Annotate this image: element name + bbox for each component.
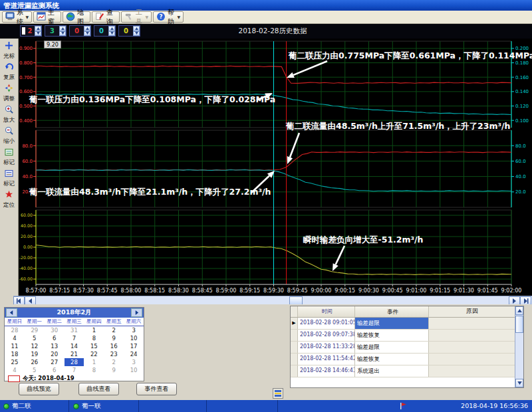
calendar-day[interactable]: 9 — [104, 334, 124, 342]
calendar-day[interactable]: 20 — [45, 350, 65, 358]
toolbar-button-map[interactable]: 地图 — [63, 11, 90, 23]
calendar-day[interactable]: 11 — [5, 342, 25, 350]
scroll-thumb[interactable] — [515, 316, 523, 333]
calendar-day[interactable]: 23 — [104, 350, 124, 358]
spinner-up-button[interactable] — [84, 26, 90, 31]
calendar-day[interactable]: 15 — [84, 342, 104, 350]
toolbar-button-main-window[interactable]: 主窗 — [33, 11, 61, 23]
calendar-day[interactable]: 1 — [84, 358, 104, 366]
curve-spinner-2[interactable]: 0 — [69, 25, 91, 37]
calendar-day[interactable]: 4 — [5, 334, 25, 342]
table-row[interactable]: 2018-02-28 09:07:38输差恢复 — [291, 330, 523, 342]
datasource-button[interactable] — [273, 388, 283, 399]
spinner-down-button[interactable] — [35, 31, 41, 37]
sidebar-tool-zoom-in[interactable]: 放大 — [0, 102, 18, 124]
svg-text:9:00:00: 9:00:00 — [311, 288, 332, 294]
calendar-day[interactable]: 17 — [124, 342, 144, 350]
calendar-day[interactable]: 6 — [45, 334, 65, 342]
sidebar-tool-mark-2[interactable]: 标记 — [0, 166, 18, 187]
spinner-down-button[interactable] — [133, 31, 140, 37]
spinner-down-button[interactable] — [59, 31, 66, 37]
calendar-day[interactable]: 13 — [45, 342, 65, 350]
cell-event: 系统退出 — [355, 365, 429, 377]
toolbar-button-help[interactable]: ?帮助▼ — [153, 11, 184, 23]
table-row[interactable]: ▶2018-02-28 09:01:05输差超限 — [291, 318, 523, 330]
calendar-day[interactable]: 25 — [5, 358, 25, 366]
curve-spinner-1[interactable]: 3 — [45, 25, 66, 37]
calendar-day[interactable]: 31 — [65, 326, 84, 334]
svg-text:60.00: 60.00 — [21, 213, 33, 217]
calendar-day[interactable]: 1 — [84, 326, 104, 334]
sidebar-tool-restore[interactable]: 复原 — [0, 60, 18, 81]
calendar-day[interactable]: 4 — [5, 366, 25, 374]
calendar-day[interactable]: 28 — [65, 358, 84, 366]
event-view-button[interactable]: 事件查看 — [136, 383, 177, 395]
calendar-day[interactable]: 14 — [65, 342, 84, 350]
calendar-next-button[interactable] — [131, 308, 142, 317]
spinner-down-button[interactable] — [108, 31, 115, 37]
table-row[interactable]: 2018-02-28 14:46:43系统退出 — [291, 365, 523, 377]
events-table[interactable]: 时间事件原因▶2018-02-28 09:01:05输差超限2018-02-28… — [290, 306, 524, 388]
svg-text:8:59:30: 8:59:30 — [263, 288, 284, 294]
calendar-day[interactable]: 7 — [65, 334, 84, 342]
calendar-day[interactable]: 16 — [104, 342, 124, 350]
calendar-day[interactable]: 22 — [84, 350, 104, 358]
calendar-day[interactable]: 29 — [25, 326, 45, 334]
calendar-day[interactable]: 10 — [124, 366, 144, 374]
spinner-up-button[interactable] — [59, 26, 66, 31]
table-vertical-scrollbar[interactable] — [515, 306, 523, 387]
calendar-day[interactable]: 19 — [25, 350, 45, 358]
calendar-day[interactable]: 24 — [124, 350, 144, 358]
calendar-day[interactable]: 6 — [45, 366, 65, 374]
calendar-day[interactable]: 28 — [5, 326, 25, 334]
curve-spinner-3[interactable]: 0 — [94, 25, 116, 37]
table-row[interactable]: 2018-02-28 11:54:42输差恢复 — [291, 354, 523, 365]
toolbar-button-query[interactable]: 查询 — [92, 11, 120, 23]
adjust-icon — [5, 82, 13, 95]
sidebar-tool-adjust[interactable]: 调整 — [0, 81, 18, 102]
svg-text:80.0: 80.0 — [22, 144, 33, 149]
calendar-day[interactable]: 7 — [65, 366, 84, 374]
table-row[interactable]: 2018-02-28 11:33:28输差超限 — [291, 342, 523, 354]
spinner-up-button[interactable] — [35, 26, 41, 31]
sidebar-tool-locate[interactable]: 定位 — [0, 187, 18, 209]
curve-view-button[interactable]: 曲线查看 — [78, 383, 119, 395]
calendar-day[interactable]: 18 — [5, 350, 25, 358]
scroll-up-button[interactable] — [515, 306, 523, 315]
history-chart[interactable]: 0.9000.8000.7000.6000.5000.4000.2000.180… — [19, 39, 532, 296]
spinner-up-button[interactable] — [133, 26, 140, 31]
toolbar-button-tools[interactable]: 工具▼ — [121, 11, 152, 23]
svg-text:40.0: 40.0 — [515, 174, 526, 179]
calendar-day[interactable]: 5 — [25, 366, 45, 374]
calendar-day[interactable]: 8 — [84, 334, 104, 342]
toolbar-button-system[interactable]: 系统▼ — [2, 11, 32, 23]
spinner-up-button[interactable] — [108, 26, 115, 31]
calendar-prev-button[interactable] — [6, 308, 17, 317]
calendar-day[interactable]: 30 — [45, 326, 65, 334]
svg-text:8:57:30: 8:57:30 — [73, 288, 94, 294]
sidebar-tool-mark-1[interactable]: 标记 — [0, 145, 18, 166]
main-toolbar: 系统▼主窗地图查询工具▼?帮助▼ — [0, 11, 532, 24]
calendar-day[interactable]: 3 — [124, 358, 144, 366]
calendar-day[interactable]: 9 — [104, 366, 124, 374]
chart-horizontal-scrollbar[interactable] — [13, 296, 532, 304]
calendar-day[interactable]: 2 — [104, 358, 124, 366]
curve-preview-button[interactable]: 曲线预览 — [19, 383, 59, 395]
calendar-day[interactable]: 27 — [45, 358, 65, 366]
sidebar-tool-zoom-out[interactable]: 缩小 — [0, 124, 18, 145]
calendar-day[interactable]: 21 — [65, 350, 84, 358]
curve-spinner-0[interactable]: 2 — [20, 25, 42, 37]
spinner-down-button[interactable] — [84, 31, 90, 37]
chart-canvas[interactable]: 0.9000.8000.7000.6000.5000.4000.2000.180… — [19, 39, 532, 296]
sidebar-tool-cursor[interactable]: 光标 — [0, 39, 18, 60]
spinner-buttons — [133, 26, 140, 36]
calendar-day[interactable]: 10 — [124, 334, 144, 342]
scroll-down-button[interactable] — [515, 379, 523, 387]
calendar-day[interactable]: 26 — [25, 358, 45, 366]
calendar-day[interactable]: 12 — [25, 342, 45, 350]
curve-spinner-4[interactable]: 0 — [118, 25, 140, 37]
calendar-day[interactable]: 5 — [25, 334, 45, 342]
calendar-day[interactable]: 8 — [84, 366, 104, 374]
calendar-day[interactable]: 2 — [104, 326, 124, 334]
calendar-day[interactable]: 3 — [124, 326, 144, 334]
